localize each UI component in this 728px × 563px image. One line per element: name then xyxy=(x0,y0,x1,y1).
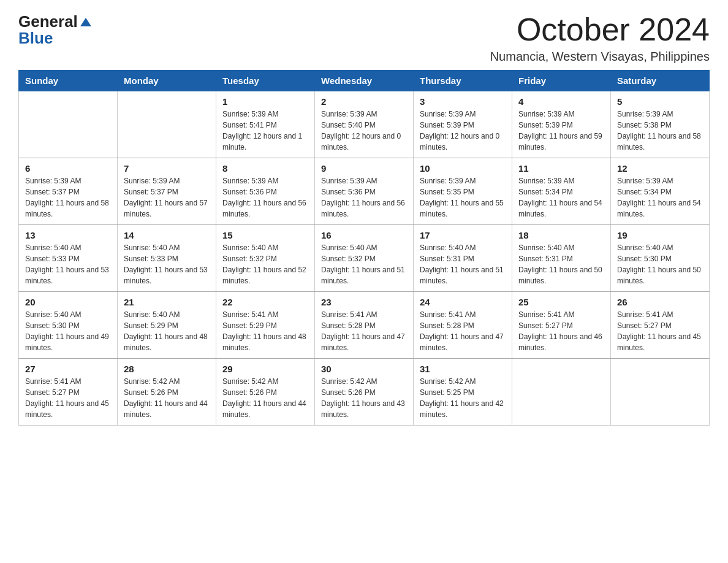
day-info: Sunrise: 5:40 AMSunset: 5:33 PMDaylight:… xyxy=(124,242,210,286)
header-monday: Monday xyxy=(118,71,216,91)
table-row: 31Sunrise: 5:42 AMSunset: 5:25 PMDayligh… xyxy=(414,359,512,426)
table-row: 20Sunrise: 5:40 AMSunset: 5:30 PMDayligh… xyxy=(19,292,118,359)
header-wednesday: Wednesday xyxy=(315,71,414,91)
day-info: Sunrise: 5:39 AMSunset: 5:40 PMDaylight:… xyxy=(321,109,407,153)
day-number: 17 xyxy=(420,230,506,240)
day-info: Sunrise: 5:39 AMSunset: 5:39 PMDaylight:… xyxy=(420,109,506,153)
table-row: 8Sunrise: 5:39 AMSunset: 5:36 PMDaylight… xyxy=(216,158,315,225)
header-saturday: Saturday xyxy=(611,71,710,91)
table-row: 19Sunrise: 5:40 AMSunset: 5:30 PMDayligh… xyxy=(611,225,710,292)
day-number: 31 xyxy=(420,364,506,374)
day-number: 14 xyxy=(124,230,210,240)
table-row: 9Sunrise: 5:39 AMSunset: 5:36 PMDaylight… xyxy=(315,158,414,225)
header-sunday: Sunday xyxy=(19,71,118,91)
table-row: 16Sunrise: 5:40 AMSunset: 5:32 PMDayligh… xyxy=(315,225,414,292)
day-number: 23 xyxy=(321,297,407,307)
table-row xyxy=(611,359,710,426)
logo-blue-text: Blue xyxy=(18,29,53,48)
day-number: 12 xyxy=(617,163,703,174)
day-info: Sunrise: 5:41 AMSunset: 5:27 PMDaylight:… xyxy=(617,309,703,353)
day-info: Sunrise: 5:39 AMSunset: 5:41 PMDaylight:… xyxy=(222,109,308,153)
table-row: 15Sunrise: 5:40 AMSunset: 5:32 PMDayligh… xyxy=(216,225,315,292)
calendar-row-3: 20Sunrise: 5:40 AMSunset: 5:30 PMDayligh… xyxy=(19,292,710,359)
day-info: Sunrise: 5:39 AMSunset: 5:39 PMDaylight:… xyxy=(518,109,604,153)
day-info: Sunrise: 5:40 AMSunset: 5:31 PMDaylight:… xyxy=(420,242,506,286)
table-row: 6Sunrise: 5:39 AMSunset: 5:37 PMDaylight… xyxy=(19,158,118,225)
day-number: 16 xyxy=(321,230,407,240)
day-number: 11 xyxy=(518,163,604,174)
day-number: 13 xyxy=(25,230,111,240)
table-row xyxy=(512,359,611,426)
table-row: 7Sunrise: 5:39 AMSunset: 5:37 PMDaylight… xyxy=(118,158,216,225)
day-info: Sunrise: 5:41 AMSunset: 5:28 PMDaylight:… xyxy=(321,309,407,353)
day-number: 10 xyxy=(420,163,506,174)
weekday-header-row: Sunday Monday Tuesday Wednesday Thursday… xyxy=(19,71,710,91)
day-number: 4 xyxy=(518,96,604,107)
day-info: Sunrise: 5:42 AMSunset: 5:26 PMDaylight:… xyxy=(321,376,407,420)
header-thursday: Thursday xyxy=(414,71,512,91)
day-info: Sunrise: 5:40 AMSunset: 5:32 PMDaylight:… xyxy=(321,242,407,286)
logo: General Blue xyxy=(18,12,93,48)
table-row: 30Sunrise: 5:42 AMSunset: 5:26 PMDayligh… xyxy=(315,359,414,426)
day-number: 20 xyxy=(25,297,111,307)
day-info: Sunrise: 5:39 AMSunset: 5:38 PMDaylight:… xyxy=(617,109,703,153)
day-info: Sunrise: 5:40 AMSunset: 5:31 PMDaylight:… xyxy=(518,242,604,286)
day-info: Sunrise: 5:42 AMSunset: 5:25 PMDaylight:… xyxy=(420,376,506,420)
table-row: 17Sunrise: 5:40 AMSunset: 5:31 PMDayligh… xyxy=(414,225,512,292)
day-info: Sunrise: 5:41 AMSunset: 5:27 PMDaylight:… xyxy=(25,376,111,420)
day-number: 27 xyxy=(25,364,111,374)
day-info: Sunrise: 5:39 AMSunset: 5:37 PMDaylight:… xyxy=(124,175,210,220)
calendar-row-4: 27Sunrise: 5:41 AMSunset: 5:27 PMDayligh… xyxy=(19,359,710,426)
table-row: 14Sunrise: 5:40 AMSunset: 5:33 PMDayligh… xyxy=(118,225,216,292)
calendar-row-0: 1Sunrise: 5:39 AMSunset: 5:41 PMDaylight… xyxy=(19,91,710,158)
table-row: 24Sunrise: 5:41 AMSunset: 5:28 PMDayligh… xyxy=(414,292,512,359)
day-number: 6 xyxy=(25,163,111,174)
day-number: 19 xyxy=(617,230,703,240)
table-row: 23Sunrise: 5:41 AMSunset: 5:28 PMDayligh… xyxy=(315,292,414,359)
table-row: 22Sunrise: 5:41 AMSunset: 5:29 PMDayligh… xyxy=(216,292,315,359)
day-number: 25 xyxy=(518,297,604,307)
table-row: 3Sunrise: 5:39 AMSunset: 5:39 PMDaylight… xyxy=(414,91,512,158)
table-row: 28Sunrise: 5:42 AMSunset: 5:26 PMDayligh… xyxy=(118,359,216,426)
location-title: Numancia, Western Visayas, Philippines xyxy=(490,50,710,64)
day-info: Sunrise: 5:41 AMSunset: 5:27 PMDaylight:… xyxy=(518,309,604,353)
day-info: Sunrise: 5:39 AMSunset: 5:34 PMDaylight:… xyxy=(518,175,604,220)
day-info: Sunrise: 5:41 AMSunset: 5:29 PMDaylight:… xyxy=(222,309,308,353)
table-row: 27Sunrise: 5:41 AMSunset: 5:27 PMDayligh… xyxy=(19,359,118,426)
table-row: 1Sunrise: 5:39 AMSunset: 5:41 PMDaylight… xyxy=(216,91,315,158)
day-number: 22 xyxy=(222,297,308,307)
day-number: 9 xyxy=(321,163,407,174)
table-row xyxy=(19,91,118,158)
day-number: 26 xyxy=(617,297,703,307)
month-title: October 2024 xyxy=(490,12,710,47)
table-row: 21Sunrise: 5:40 AMSunset: 5:29 PMDayligh… xyxy=(118,292,216,359)
day-number: 15 xyxy=(222,230,308,240)
day-info: Sunrise: 5:40 AMSunset: 5:33 PMDaylight:… xyxy=(25,242,111,286)
day-info: Sunrise: 5:41 AMSunset: 5:28 PMDaylight:… xyxy=(420,309,506,353)
day-number: 3 xyxy=(420,96,506,107)
day-info: Sunrise: 5:40 AMSunset: 5:30 PMDaylight:… xyxy=(25,309,111,353)
day-number: 8 xyxy=(222,163,308,174)
calendar-table: Sunday Monday Tuesday Wednesday Thursday… xyxy=(18,70,710,426)
table-row: 13Sunrise: 5:40 AMSunset: 5:33 PMDayligh… xyxy=(19,225,118,292)
day-info: Sunrise: 5:39 AMSunset: 5:34 PMDaylight:… xyxy=(617,175,703,220)
table-row xyxy=(118,91,216,158)
table-row: 10Sunrise: 5:39 AMSunset: 5:35 PMDayligh… xyxy=(414,158,512,225)
header-tuesday: Tuesday xyxy=(216,71,315,91)
day-info: Sunrise: 5:42 AMSunset: 5:26 PMDaylight:… xyxy=(124,376,210,420)
day-info: Sunrise: 5:39 AMSunset: 5:36 PMDaylight:… xyxy=(222,175,308,220)
svg-marker-0 xyxy=(80,18,91,26)
logo-triangle-icon xyxy=(79,17,93,28)
day-number: 7 xyxy=(124,163,210,174)
day-info: Sunrise: 5:40 AMSunset: 5:29 PMDaylight:… xyxy=(124,309,210,353)
page-header: General Blue October 2024 Numancia, West… xyxy=(18,12,710,64)
table-row: 4Sunrise: 5:39 AMSunset: 5:39 PMDaylight… xyxy=(512,91,611,158)
day-info: Sunrise: 5:39 AMSunset: 5:35 PMDaylight:… xyxy=(420,175,506,220)
table-row: 26Sunrise: 5:41 AMSunset: 5:27 PMDayligh… xyxy=(611,292,710,359)
day-number: 29 xyxy=(222,364,308,374)
calendar-row-2: 13Sunrise: 5:40 AMSunset: 5:33 PMDayligh… xyxy=(19,225,710,292)
table-row: 18Sunrise: 5:40 AMSunset: 5:31 PMDayligh… xyxy=(512,225,611,292)
table-row: 5Sunrise: 5:39 AMSunset: 5:38 PMDaylight… xyxy=(611,91,710,158)
day-number: 1 xyxy=(222,96,308,107)
header-friday: Friday xyxy=(512,71,611,91)
